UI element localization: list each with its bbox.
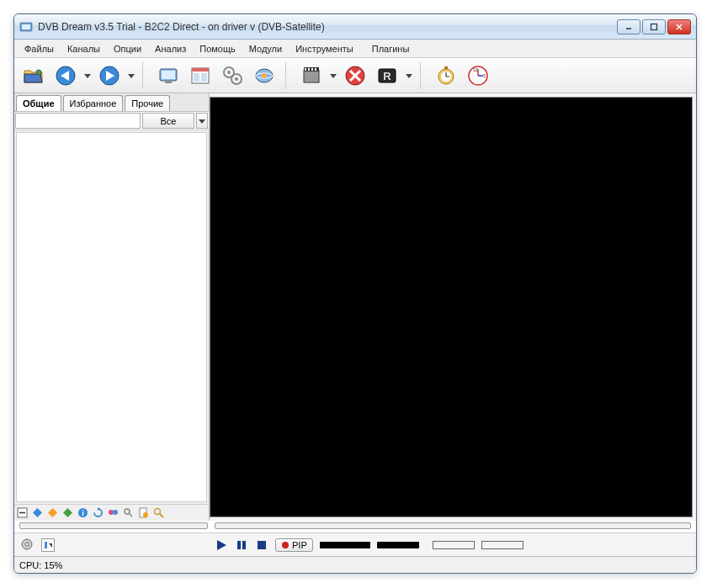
filter-all-dropdown[interactable] — [196, 113, 208, 129]
settings-button[interactable] — [218, 61, 247, 90]
prev-channel-dropdown[interactable] — [83, 72, 92, 79]
app-icon — [19, 20, 33, 34]
menu-tools[interactable]: Инструменты — [289, 42, 360, 56]
svg-marker-12 — [128, 74, 135, 78]
next-channel-dropdown[interactable] — [127, 72, 135, 79]
level-meter-2 — [481, 541, 523, 549]
play-button[interactable] — [215, 538, 228, 552]
menubar: Файлы Каналы Опции Анализ Помощь Модули … — [14, 40, 696, 58]
maximize-button[interactable] — [642, 19, 666, 34]
channel-list[interactable] — [16, 132, 207, 502]
playback-controls: PIP — [210, 538, 523, 552]
svg-point-65 — [155, 509, 161, 515]
left-icon-row: i — [14, 504, 209, 521]
scheduler-button[interactable]: 123 — [464, 61, 492, 90]
ok-green-icon[interactable] — [61, 506, 74, 519]
toolbar: R 123 — [14, 58, 696, 93]
pause-button[interactable] — [235, 538, 248, 552]
menu-files[interactable]: Файлы — [18, 42, 61, 56]
tab-favorites[interactable]: Избранное — [63, 95, 124, 111]
menu-options[interactable]: Опции — [107, 42, 148, 56]
statusbar: CPU: 15% — [14, 556, 696, 573]
close-button[interactable] — [667, 19, 691, 34]
window-title: DVB Dream v3.5 Trial - B2C2 Direct - on … — [38, 21, 617, 33]
progress-bar-1 — [320, 542, 370, 548]
video-clip-dropdown[interactable] — [329, 72, 337, 79]
right-seekbar[interactable] — [215, 522, 691, 529]
svg-marker-33 — [330, 74, 337, 78]
search-icon[interactable] — [152, 506, 165, 519]
progress-bar-2 — [377, 542, 419, 548]
titlebar: DVB Dream v3.5 Trial - B2C2 Direct - on … — [14, 14, 696, 40]
refresh-icon[interactable] — [92, 506, 104, 519]
level-meter-1 — [433, 541, 475, 549]
warning-icon[interactable] — [46, 506, 59, 519]
svg-rect-73 — [242, 541, 246, 549]
menu-plugins[interactable]: Плагины — [365, 42, 417, 56]
svg-rect-74 — [258, 541, 266, 549]
view-mode-selector[interactable] — [41, 538, 55, 552]
control-row: PIP — [14, 532, 696, 556]
info-blue-icon[interactable] — [31, 506, 44, 519]
info-icon[interactable]: i — [77, 506, 89, 519]
left-seekbar[interactable] — [19, 522, 208, 529]
doc-icon[interactable] — [137, 506, 150, 519]
pip-button[interactable]: PIP — [275, 538, 313, 552]
menu-channels[interactable]: Каналы — [61, 42, 107, 56]
prev-channel-button[interactable] — [51, 61, 80, 90]
svg-marker-54 — [48, 508, 57, 517]
left-pane: Общие Избранное Прочие Все i — [14, 93, 210, 521]
svg-rect-72 — [237, 541, 241, 549]
filter-input[interactable] — [15, 113, 141, 129]
stop-cancel-button[interactable] — [341, 61, 369, 90]
video-clip-button[interactable] — [297, 61, 326, 90]
svg-rect-17 — [192, 68, 209, 72]
svg-rect-69 — [45, 542, 47, 548]
svg-marker-58 — [98, 507, 100, 511]
next-channel-button[interactable] — [95, 61, 124, 90]
svg-marker-55 — [63, 508, 72, 517]
video-area[interactable] — [210, 97, 693, 517]
window-buttons — [617, 19, 691, 34]
flower-icon[interactable] — [107, 506, 120, 519]
svg-point-26 — [262, 73, 267, 78]
svg-text:R: R — [383, 70, 391, 82]
stop-button[interactable] — [255, 538, 268, 552]
right-pane — [210, 93, 696, 521]
main-body: Общие Избранное Прочие Все i — [14, 93, 696, 521]
cpu-status: CPU: 15% — [19, 560, 62, 570]
svg-point-68 — [25, 543, 29, 546]
svg-rect-30 — [308, 68, 310, 71]
tab-general[interactable]: Общие — [16, 95, 61, 111]
open-folder-button[interactable] — [19, 61, 48, 90]
svg-rect-19 — [201, 73, 207, 82]
display-button[interactable] — [154, 61, 183, 90]
menu-analyze[interactable]: Анализ — [148, 42, 193, 56]
svg-text:i: i — [82, 509, 84, 517]
minimize-button[interactable] — [617, 19, 640, 34]
satellite-button[interactable] — [250, 61, 279, 90]
tool-icon[interactable] — [122, 506, 135, 519]
pip-label: PIP — [292, 540, 307, 550]
tab-others[interactable]: Прочие — [125, 95, 170, 111]
collapse-icon[interactable] — [16, 506, 29, 519]
svg-marker-39 — [406, 74, 412, 78]
svg-rect-15 — [165, 82, 172, 83]
channel-tabs: Общие Избранное Прочие — [14, 93, 209, 112]
disc-icon[interactable] — [21, 538, 35, 552]
svg-point-6 — [36, 70, 41, 75]
menu-modules[interactable]: Модули — [242, 42, 289, 56]
filter-all-button[interactable]: Все — [142, 113, 194, 129]
window-layout-button[interactable] — [186, 61, 215, 90]
svg-marker-71 — [217, 540, 226, 550]
app-window: DVB Dream v3.5 Trial - B2C2 Direct - on … — [13, 13, 697, 574]
record-r-button[interactable]: R — [373, 61, 401, 90]
svg-text:3: 3 — [483, 73, 486, 78]
record-dropdown[interactable] — [405, 72, 413, 79]
svg-line-62 — [129, 513, 132, 516]
svg-rect-3 — [651, 24, 657, 29]
timer-button[interactable] — [432, 61, 460, 90]
svg-line-66 — [160, 514, 163, 517]
left-controls — [18, 538, 210, 552]
menu-help[interactable]: Помощь — [193, 42, 242, 56]
